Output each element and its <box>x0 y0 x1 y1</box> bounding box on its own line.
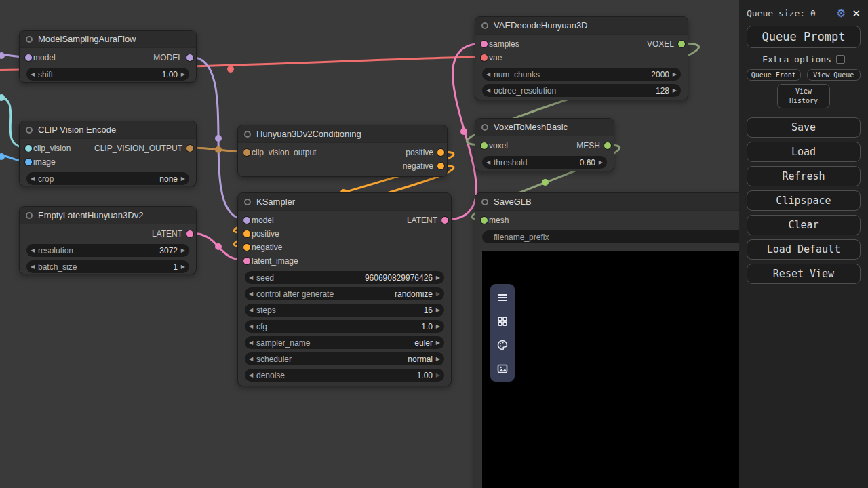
widget-decrement-arrow[interactable]: ◀ <box>31 264 35 270</box>
widget-increment-arrow[interactable]: ▶ <box>436 373 440 378</box>
node-title-bar[interactable]: ModelSamplingAuraFlow <box>20 30 196 48</box>
node-title-bar[interactable]: EmptyLatentHunyuan3Dv2 <box>20 207 196 224</box>
input-port-vae[interactable] <box>481 54 488 61</box>
load-button[interactable]: Load <box>747 142 861 162</box>
input-port-mesh[interactable] <box>481 142 488 149</box>
widget-decrement-arrow[interactable]: ◀ <box>486 72 490 77</box>
widget-increment-arrow[interactable]: ▶ <box>181 72 185 77</box>
output-port-mesh[interactable] <box>678 41 685 47</box>
node-title-bar[interactable]: KSampler <box>238 193 451 211</box>
collapse-dot[interactable] <box>244 131 251 138</box>
node-vae-decode-hunyuan3d[interactable]: VAEDecodeHunyuan3DsamplesVOXELvae◀num_ch… <box>475 16 688 100</box>
widget-increment-arrow[interactable]: ▶ <box>181 264 185 270</box>
widget-increment-arrow[interactable]: ▶ <box>181 176 185 182</box>
input-port-mesh[interactable] <box>481 217 488 224</box>
widget-scheduler[interactable]: ◀schedulernormal▶ <box>245 352 444 365</box>
widget-decrement-arrow[interactable]: ◀ <box>31 72 35 77</box>
widget-shift[interactable]: ◀shift1.00▶ <box>26 68 189 81</box>
node-title-bar[interactable]: VAEDecodeHunyuan3D <box>475 17 688 35</box>
node-voxel-to-mesh-basic[interactable]: VoxelToMeshBasicvoxelMESH◀threshold0.60▶ <box>475 118 614 171</box>
input-port-clip_vision[interactable] <box>25 145 32 152</box>
widget-sampler_name[interactable]: ◀sampler_nameeuler▶ <box>245 336 444 349</box>
refresh-button[interactable]: Refresh <box>747 166 861 186</box>
widget-decrement-arrow[interactable]: ◀ <box>249 373 253 378</box>
widget-decrement-arrow[interactable]: ◀ <box>486 88 490 94</box>
output-port-model[interactable] <box>186 54 193 61</box>
collapse-dot[interactable] <box>26 212 33 219</box>
input-port-model[interactable] <box>243 217 250 224</box>
widget-increment-arrow[interactable]: ▶ <box>436 275 440 281</box>
reset-view-button[interactable]: Reset View <box>747 264 861 284</box>
node-title-bar[interactable]: SaveGLB <box>475 193 759 211</box>
extra-options-checkbox[interactable] <box>836 55 845 64</box>
widget-seed[interactable]: ◀seed960690829976426▶ <box>245 271 444 284</box>
input-port-clip_vision_output[interactable] <box>243 149 250 156</box>
node-empty-latent-hunyuan3dv2[interactable]: EmptyLatentHunyuan3Dv2LATENT◀resolution3… <box>19 206 197 274</box>
widget-decrement-arrow[interactable]: ◀ <box>249 275 253 281</box>
widget-decrement-arrow[interactable]: ◀ <box>249 357 253 362</box>
widget-decrement-arrow[interactable]: ◀ <box>31 176 35 182</box>
menu-icon[interactable] <box>490 285 515 309</box>
output-port-conditioning[interactable] <box>437 163 444 169</box>
queue-front-button[interactable]: Queue Front <box>747 69 801 81</box>
3d-preview-viewport[interactable] <box>482 251 752 488</box>
queue-prompt-button[interactable]: Queue Prompt <box>747 26 861 48</box>
image-icon[interactable] <box>490 357 515 380</box>
grid-icon[interactable] <box>490 309 515 333</box>
input-port-image[interactable] <box>25 159 32 165</box>
node-hunyuan3dv2-conditioning[interactable]: Hunyuan3Dv2Conditioningclip_vision_outpu… <box>237 125 448 177</box>
widget-denoise[interactable]: ◀denoise1.00▶ <box>245 369 444 382</box>
clear-button[interactable]: Clear <box>747 215 861 235</box>
collapse-dot[interactable] <box>26 36 33 43</box>
load-default-button[interactable]: Load Default <box>747 239 861 260</box>
node-model-sampling-auraflow[interactable]: ModelSamplingAuraFlowmodelMODEL◀shift1.0… <box>19 30 197 83</box>
clipspace-button[interactable]: Clipspace <box>747 190 861 211</box>
widget-num_chunks[interactable]: ◀num_chunks2000▶ <box>482 68 681 81</box>
settings-gear-icon[interactable]: ⚙ <box>836 7 846 20</box>
node-clip-vision-encode[interactable]: CLIP Vision Encodeclip_visionCLIP_VISION… <box>19 121 197 186</box>
node-save-glb[interactable]: SaveGLBmeshfilename_prefix <box>475 192 760 488</box>
collapse-dot[interactable] <box>26 127 33 134</box>
save-button[interactable]: Save <box>747 117 861 138</box>
node-ksampler[interactable]: KSamplermodelLATENTpositivenegativelaten… <box>237 192 452 386</box>
widget-decrement-arrow[interactable]: ◀ <box>249 291 253 297</box>
collapse-dot[interactable] <box>481 199 488 205</box>
output-port-clip_vision_output[interactable] <box>186 145 193 152</box>
collapse-dot[interactable] <box>481 124 488 131</box>
output-port-latent[interactable] <box>441 217 448 224</box>
widget-decrement-arrow[interactable]: ◀ <box>249 308 253 313</box>
widget-increment-arrow[interactable]: ▶ <box>599 160 603 165</box>
widget-increment-arrow[interactable]: ▶ <box>436 308 440 313</box>
input-port-latent[interactable] <box>243 258 250 264</box>
close-menu-icon[interactable]: ✕ <box>852 7 861 20</box>
widget-cfg[interactable]: ◀cfg1.0▶ <box>245 320 444 333</box>
input-port-model[interactable] <box>25 54 32 61</box>
node-title-bar[interactable]: Hunyuan3Dv2Conditioning <box>238 125 447 143</box>
view-history-button[interactable]: View History <box>777 84 830 108</box>
input-port-conditioning[interactable] <box>243 230 250 237</box>
widget-decrement-arrow[interactable]: ◀ <box>486 160 490 165</box>
node-title-bar[interactable]: VoxelToMeshBasic <box>475 119 614 136</box>
widget-decrement-arrow[interactable]: ◀ <box>249 324 253 329</box>
widget-increment-arrow[interactable]: ▶ <box>673 72 677 77</box>
palette-icon[interactable] <box>490 333 515 357</box>
widget-octree_resolution[interactable]: ◀octree_resolution128▶ <box>482 84 681 97</box>
input-port-latent[interactable] <box>481 41 488 47</box>
widget-increment-arrow[interactable]: ▶ <box>436 357 440 362</box>
widget-resolution[interactable]: ◀resolution3072▶ <box>26 244 189 257</box>
output-port-latent[interactable] <box>186 230 193 237</box>
widget-threshold[interactable]: ◀threshold0.60▶ <box>482 156 607 169</box>
widget-increment-arrow[interactable]: ▶ <box>436 291 440 297</box>
widget-increment-arrow[interactable]: ▶ <box>181 248 185 253</box>
view-queue-button[interactable]: View Queue <box>807 69 861 81</box>
node-title-bar[interactable]: CLIP Vision Encode <box>20 121 196 139</box>
collapse-dot[interactable] <box>481 22 488 29</box>
node-graph-canvas[interactable]: ModelSamplingAuraFlowmodelMODEL◀shift1.0… <box>0 0 868 488</box>
widget-increment-arrow[interactable]: ▶ <box>436 340 440 346</box>
widget-crop[interactable]: ◀cropnone▶ <box>26 172 189 185</box>
output-port-mesh[interactable] <box>604 142 611 149</box>
widget-increment-arrow[interactable]: ▶ <box>673 88 677 94</box>
collapse-dot[interactable] <box>244 199 251 205</box>
widget-batch_size[interactable]: ◀batch_size1▶ <box>26 260 189 273</box>
widget-decrement-arrow[interactable]: ◀ <box>31 248 35 253</box>
